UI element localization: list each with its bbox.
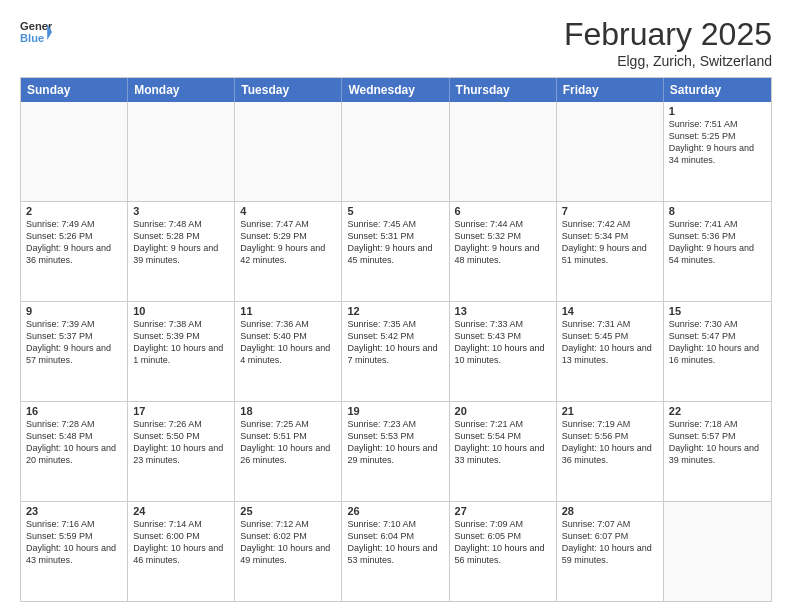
day-number: 22 [669,405,766,417]
day-number: 23 [26,505,122,517]
calendar-cell [128,102,235,201]
calendar-row: 9Sunrise: 7:39 AM Sunset: 5:37 PM Daylig… [21,302,771,402]
cell-info: Sunrise: 7:30 AM Sunset: 5:47 PM Dayligh… [669,318,766,367]
weekday-header: Thursday [450,78,557,102]
calendar: SundayMondayTuesdayWednesdayThursdayFrid… [20,77,772,602]
day-number: 9 [26,305,122,317]
calendar-cell [21,102,128,201]
weekday-header: Saturday [664,78,771,102]
calendar-cell: 16Sunrise: 7:28 AM Sunset: 5:48 PM Dayli… [21,402,128,501]
cell-info: Sunrise: 7:09 AM Sunset: 6:05 PM Dayligh… [455,518,551,567]
cell-info: Sunrise: 7:51 AM Sunset: 5:25 PM Dayligh… [669,118,766,167]
calendar-body: 1Sunrise: 7:51 AM Sunset: 5:25 PM Daylig… [21,102,771,601]
calendar-cell: 1Sunrise: 7:51 AM Sunset: 5:25 PM Daylig… [664,102,771,201]
calendar-cell: 24Sunrise: 7:14 AM Sunset: 6:00 PM Dayli… [128,502,235,601]
calendar-cell [342,102,449,201]
calendar-cell [450,102,557,201]
cell-info: Sunrise: 7:21 AM Sunset: 5:54 PM Dayligh… [455,418,551,467]
day-number: 1 [669,105,766,117]
calendar-cell: 28Sunrise: 7:07 AM Sunset: 6:07 PM Dayli… [557,502,664,601]
day-number: 27 [455,505,551,517]
cell-info: Sunrise: 7:16 AM Sunset: 5:59 PM Dayligh… [26,518,122,567]
cell-info: Sunrise: 7:41 AM Sunset: 5:36 PM Dayligh… [669,218,766,267]
weekday-header: Tuesday [235,78,342,102]
cell-info: Sunrise: 7:31 AM Sunset: 5:45 PM Dayligh… [562,318,658,367]
day-number: 26 [347,505,443,517]
day-number: 5 [347,205,443,217]
calendar-cell [235,102,342,201]
cell-info: Sunrise: 7:48 AM Sunset: 5:28 PM Dayligh… [133,218,229,267]
cell-info: Sunrise: 7:14 AM Sunset: 6:00 PM Dayligh… [133,518,229,567]
cell-info: Sunrise: 7:44 AM Sunset: 5:32 PM Dayligh… [455,218,551,267]
calendar-cell: 11Sunrise: 7:36 AM Sunset: 5:40 PM Dayli… [235,302,342,401]
cell-info: Sunrise: 7:35 AM Sunset: 5:42 PM Dayligh… [347,318,443,367]
day-number: 11 [240,305,336,317]
svg-text:Blue: Blue [20,32,44,44]
calendar-cell: 6Sunrise: 7:44 AM Sunset: 5:32 PM Daylig… [450,202,557,301]
calendar-row: 1Sunrise: 7:51 AM Sunset: 5:25 PM Daylig… [21,102,771,202]
day-number: 19 [347,405,443,417]
day-number: 21 [562,405,658,417]
calendar-cell [557,102,664,201]
calendar-cell: 13Sunrise: 7:33 AM Sunset: 5:43 PM Dayli… [450,302,557,401]
calendar-cell: 27Sunrise: 7:09 AM Sunset: 6:05 PM Dayli… [450,502,557,601]
cell-info: Sunrise: 7:23 AM Sunset: 5:53 PM Dayligh… [347,418,443,467]
day-number: 18 [240,405,336,417]
cell-info: Sunrise: 7:38 AM Sunset: 5:39 PM Dayligh… [133,318,229,367]
calendar-row: 2Sunrise: 7:49 AM Sunset: 5:26 PM Daylig… [21,202,771,302]
month-title: February 2025 [564,16,772,53]
cell-info: Sunrise: 7:25 AM Sunset: 5:51 PM Dayligh… [240,418,336,467]
calendar-cell: 15Sunrise: 7:30 AM Sunset: 5:47 PM Dayli… [664,302,771,401]
calendar-cell: 12Sunrise: 7:35 AM Sunset: 5:42 PM Dayli… [342,302,449,401]
cell-info: Sunrise: 7:49 AM Sunset: 5:26 PM Dayligh… [26,218,122,267]
calendar-cell: 10Sunrise: 7:38 AM Sunset: 5:39 PM Dayli… [128,302,235,401]
logo-icon: General Blue [20,16,52,48]
day-number: 4 [240,205,336,217]
weekday-header: Friday [557,78,664,102]
calendar-cell: 18Sunrise: 7:25 AM Sunset: 5:51 PM Dayli… [235,402,342,501]
logo: General Blue [20,16,52,48]
day-number: 28 [562,505,658,517]
calendar-cell: 20Sunrise: 7:21 AM Sunset: 5:54 PM Dayli… [450,402,557,501]
cell-info: Sunrise: 7:36 AM Sunset: 5:40 PM Dayligh… [240,318,336,367]
calendar-cell: 8Sunrise: 7:41 AM Sunset: 5:36 PM Daylig… [664,202,771,301]
day-number: 7 [562,205,658,217]
day-number: 6 [455,205,551,217]
day-number: 16 [26,405,122,417]
cell-info: Sunrise: 7:26 AM Sunset: 5:50 PM Dayligh… [133,418,229,467]
day-number: 24 [133,505,229,517]
calendar-cell: 17Sunrise: 7:26 AM Sunset: 5:50 PM Dayli… [128,402,235,501]
calendar-cell: 9Sunrise: 7:39 AM Sunset: 5:37 PM Daylig… [21,302,128,401]
calendar-row: 23Sunrise: 7:16 AM Sunset: 5:59 PM Dayli… [21,502,771,601]
day-number: 2 [26,205,122,217]
title-block: February 2025 Elgg, Zurich, Switzerland [564,16,772,69]
cell-info: Sunrise: 7:42 AM Sunset: 5:34 PM Dayligh… [562,218,658,267]
cell-info: Sunrise: 7:19 AM Sunset: 5:56 PM Dayligh… [562,418,658,467]
cell-info: Sunrise: 7:47 AM Sunset: 5:29 PM Dayligh… [240,218,336,267]
calendar-header: SundayMondayTuesdayWednesdayThursdayFrid… [21,78,771,102]
day-number: 14 [562,305,658,317]
calendar-cell: 26Sunrise: 7:10 AM Sunset: 6:04 PM Dayli… [342,502,449,601]
weekday-header: Monday [128,78,235,102]
header: General Blue February 2025 Elgg, Zurich,… [20,16,772,69]
cell-info: Sunrise: 7:33 AM Sunset: 5:43 PM Dayligh… [455,318,551,367]
cell-info: Sunrise: 7:28 AM Sunset: 5:48 PM Dayligh… [26,418,122,467]
day-number: 12 [347,305,443,317]
day-number: 20 [455,405,551,417]
day-number: 10 [133,305,229,317]
calendar-cell [664,502,771,601]
calendar-cell: 22Sunrise: 7:18 AM Sunset: 5:57 PM Dayli… [664,402,771,501]
calendar-cell: 3Sunrise: 7:48 AM Sunset: 5:28 PM Daylig… [128,202,235,301]
cell-info: Sunrise: 7:45 AM Sunset: 5:31 PM Dayligh… [347,218,443,267]
calendar-cell: 23Sunrise: 7:16 AM Sunset: 5:59 PM Dayli… [21,502,128,601]
day-number: 13 [455,305,551,317]
day-number: 25 [240,505,336,517]
calendar-cell: 5Sunrise: 7:45 AM Sunset: 5:31 PM Daylig… [342,202,449,301]
calendar-cell: 21Sunrise: 7:19 AM Sunset: 5:56 PM Dayli… [557,402,664,501]
day-number: 3 [133,205,229,217]
weekday-header: Wednesday [342,78,449,102]
day-number: 17 [133,405,229,417]
calendar-cell: 25Sunrise: 7:12 AM Sunset: 6:02 PM Dayli… [235,502,342,601]
page: General Blue February 2025 Elgg, Zurich,… [0,0,792,612]
calendar-row: 16Sunrise: 7:28 AM Sunset: 5:48 PM Dayli… [21,402,771,502]
